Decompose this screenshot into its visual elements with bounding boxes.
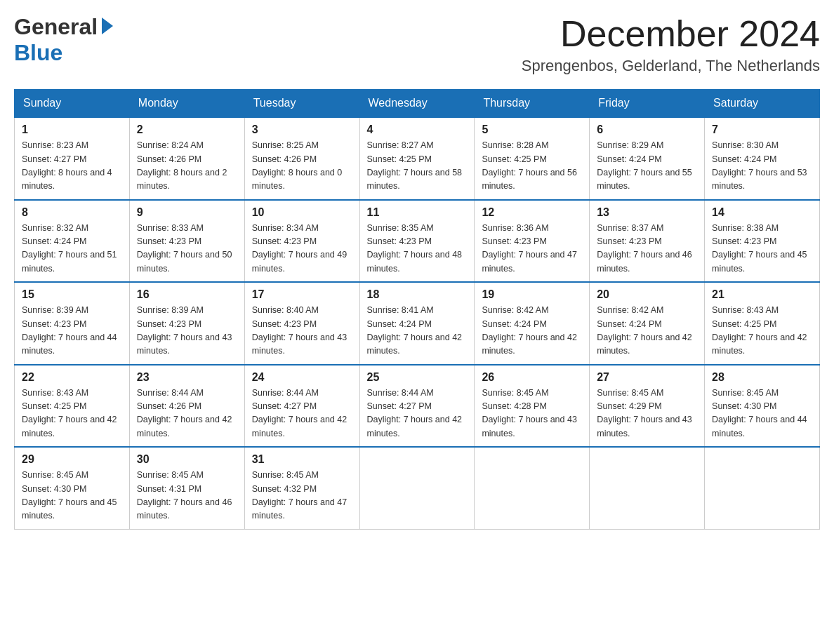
calendar-day-cell: 4Sunrise: 8:27 AMSunset: 4:25 PMDaylight…: [359, 117, 475, 200]
calendar-day-cell: 13Sunrise: 8:37 AMSunset: 4:23 PMDayligh…: [590, 200, 705, 283]
logo: General Blue: [14, 14, 114, 66]
calendar-day-cell: 6Sunrise: 8:29 AMSunset: 4:24 PMDaylight…: [590, 117, 705, 200]
header-tuesday: Tuesday: [244, 90, 359, 118]
calendar-week-3: 15Sunrise: 8:39 AMSunset: 4:23 PMDayligh…: [15, 282, 820, 365]
day-number: 12: [482, 206, 582, 219]
day-number: 21: [712, 288, 812, 301]
calendar-day-cell: 9Sunrise: 8:33 AMSunset: 4:23 PMDaylight…: [129, 200, 244, 283]
day-info: Sunrise: 8:35 AMSunset: 4:23 PMDaylight:…: [367, 222, 468, 276]
calendar-day-cell: 24Sunrise: 8:44 AMSunset: 4:27 PMDayligh…: [244, 365, 359, 448]
logo-arrow-icon: [99, 16, 114, 39]
day-info: Sunrise: 8:39 AMSunset: 4:23 PMDaylight:…: [22, 304, 122, 358]
header-saturday: Saturday: [705, 90, 820, 118]
calendar-day-cell: 23Sunrise: 8:44 AMSunset: 4:26 PMDayligh…: [129, 365, 244, 448]
day-info: Sunrise: 8:45 AMSunset: 4:28 PMDaylight:…: [482, 387, 582, 441]
calendar-day-cell: 29Sunrise: 8:45 AMSunset: 4:30 PMDayligh…: [15, 447, 130, 529]
calendar-week-2: 8Sunrise: 8:32 AMSunset: 4:24 PMDaylight…: [15, 200, 820, 283]
calendar-table: Sunday Monday Tuesday Wednesday Thursday…: [14, 89, 820, 530]
day-number: 16: [137, 288, 237, 301]
calendar-day-cell: 30Sunrise: 8:45 AMSunset: 4:31 PMDayligh…: [129, 447, 244, 529]
location-subtitle: Sprengenbos, Gelderland, The Netherlands: [522, 57, 820, 75]
day-info: Sunrise: 8:23 AMSunset: 4:27 PMDaylight:…: [22, 139, 122, 194]
calendar-day-cell: 21Sunrise: 8:43 AMSunset: 4:25 PMDayligh…: [705, 282, 820, 365]
logo-general-text: General: [14, 14, 98, 40]
day-number: 19: [482, 288, 582, 301]
calendar-day-cell: 15Sunrise: 8:39 AMSunset: 4:23 PMDayligh…: [15, 282, 130, 365]
header-monday: Monday: [129, 90, 244, 118]
day-number: 28: [712, 371, 812, 384]
day-info: Sunrise: 8:24 AMSunset: 4:26 PMDaylight:…: [137, 139, 237, 194]
day-info: Sunrise: 8:25 AMSunset: 4:26 PMDaylight:…: [252, 139, 352, 194]
day-info: Sunrise: 8:29 AMSunset: 4:24 PMDaylight:…: [597, 139, 697, 194]
svg-marker-0: [102, 18, 113, 34]
day-info: Sunrise: 8:45 AMSunset: 4:29 PMDaylight:…: [597, 387, 697, 441]
calendar-week-5: 29Sunrise: 8:45 AMSunset: 4:30 PMDayligh…: [15, 447, 820, 529]
header-sunday: Sunday: [15, 90, 130, 118]
calendar-day-cell: 22Sunrise: 8:43 AMSunset: 4:25 PMDayligh…: [15, 365, 130, 448]
calendar-day-cell: [705, 447, 820, 529]
calendar-day-cell: 12Sunrise: 8:36 AMSunset: 4:23 PMDayligh…: [475, 200, 590, 283]
calendar-day-cell: [590, 447, 705, 529]
header-wednesday: Wednesday: [359, 90, 475, 118]
calendar-day-cell: 19Sunrise: 8:42 AMSunset: 4:24 PMDayligh…: [475, 282, 590, 365]
day-number: 3: [252, 123, 352, 136]
day-info: Sunrise: 8:44 AMSunset: 4:26 PMDaylight:…: [137, 387, 237, 441]
day-number: 20: [597, 288, 697, 301]
calendar-day-cell: [475, 447, 590, 529]
day-number: 22: [22, 371, 122, 384]
day-number: 8: [22, 206, 122, 219]
day-info: Sunrise: 8:36 AMSunset: 4:23 PMDaylight:…: [482, 222, 582, 276]
day-number: 5: [482, 123, 582, 136]
day-number: 10: [252, 206, 352, 219]
day-number: 25: [367, 371, 468, 384]
day-number: 30: [137, 453, 237, 466]
header-friday: Friday: [590, 90, 705, 118]
day-number: 18: [367, 288, 468, 301]
day-info: Sunrise: 8:37 AMSunset: 4:23 PMDaylight:…: [597, 222, 697, 276]
logo-blue-text: Blue: [14, 40, 62, 65]
day-number: 6: [597, 123, 697, 136]
day-info: Sunrise: 8:45 AMSunset: 4:32 PMDaylight:…: [252, 469, 352, 523]
calendar-day-cell: 10Sunrise: 8:34 AMSunset: 4:23 PMDayligh…: [244, 200, 359, 283]
calendar-day-cell: 1Sunrise: 8:23 AMSunset: 4:27 PMDaylight…: [15, 117, 130, 200]
day-number: 14: [712, 206, 812, 219]
day-number: 26: [482, 371, 582, 384]
day-number: 31: [252, 453, 352, 466]
calendar-day-cell: 27Sunrise: 8:45 AMSunset: 4:29 PMDayligh…: [590, 365, 705, 448]
day-number: 15: [22, 288, 122, 301]
day-number: 17: [252, 288, 352, 301]
day-info: Sunrise: 8:42 AMSunset: 4:24 PMDaylight:…: [482, 304, 582, 358]
calendar-day-cell: 5Sunrise: 8:28 AMSunset: 4:25 PMDaylight…: [475, 117, 590, 200]
calendar-day-cell: 2Sunrise: 8:24 AMSunset: 4:26 PMDaylight…: [129, 117, 244, 200]
calendar-day-cell: 31Sunrise: 8:45 AMSunset: 4:32 PMDayligh…: [244, 447, 359, 529]
day-info: Sunrise: 8:45 AMSunset: 4:30 PMDaylight:…: [22, 469, 122, 523]
day-number: 4: [367, 123, 468, 136]
calendar-week-1: 1Sunrise: 8:23 AMSunset: 4:27 PMDaylight…: [15, 117, 820, 200]
day-number: 1: [22, 123, 122, 136]
day-info: Sunrise: 8:33 AMSunset: 4:23 PMDaylight:…: [137, 222, 237, 276]
day-number: 7: [712, 123, 812, 136]
day-number: 2: [137, 123, 237, 136]
calendar-day-cell: 3Sunrise: 8:25 AMSunset: 4:26 PMDaylight…: [244, 117, 359, 200]
day-number: 29: [22, 453, 122, 466]
day-info: Sunrise: 8:42 AMSunset: 4:24 PMDaylight:…: [597, 304, 697, 358]
calendar-day-cell: 18Sunrise: 8:41 AMSunset: 4:24 PMDayligh…: [359, 282, 475, 365]
day-info: Sunrise: 8:30 AMSunset: 4:24 PMDaylight:…: [712, 139, 812, 194]
calendar-day-cell: 28Sunrise: 8:45 AMSunset: 4:30 PMDayligh…: [705, 365, 820, 448]
day-info: Sunrise: 8:41 AMSunset: 4:24 PMDaylight:…: [367, 304, 468, 358]
day-info: Sunrise: 8:34 AMSunset: 4:23 PMDaylight:…: [252, 222, 352, 276]
calendar-day-cell: [359, 447, 475, 529]
day-info: Sunrise: 8:44 AMSunset: 4:27 PMDaylight:…: [252, 387, 352, 441]
calendar-day-cell: 8Sunrise: 8:32 AMSunset: 4:24 PMDaylight…: [15, 200, 130, 283]
title-area: December 2024 Sprengenbos, Gelderland, T…: [522, 14, 820, 75]
calendar-day-cell: 14Sunrise: 8:38 AMSunset: 4:23 PMDayligh…: [705, 200, 820, 283]
day-info: Sunrise: 8:45 AMSunset: 4:31 PMDaylight:…: [137, 469, 237, 523]
calendar-day-cell: 17Sunrise: 8:40 AMSunset: 4:23 PMDayligh…: [244, 282, 359, 365]
calendar-day-cell: 20Sunrise: 8:42 AMSunset: 4:24 PMDayligh…: [590, 282, 705, 365]
day-info: Sunrise: 8:38 AMSunset: 4:23 PMDaylight:…: [712, 222, 812, 276]
header-thursday: Thursday: [475, 90, 590, 118]
day-info: Sunrise: 8:43 AMSunset: 4:25 PMDaylight:…: [712, 304, 812, 358]
day-number: 11: [367, 206, 468, 219]
calendar-day-cell: 26Sunrise: 8:45 AMSunset: 4:28 PMDayligh…: [475, 365, 590, 448]
page-header: General Blue December 2024 Sprengenbos, …: [14, 14, 820, 75]
